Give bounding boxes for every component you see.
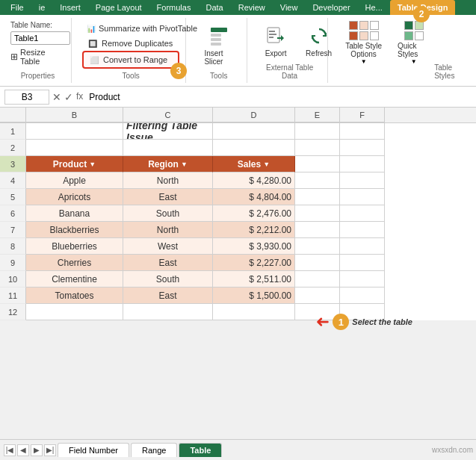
cell-f8[interactable] [340, 238, 385, 255]
row-header-4[interactable]: 4 [0, 172, 26, 189]
cell-product-8[interactable]: Tomatoes [26, 288, 123, 304]
col-header-c[interactable]: C [123, 108, 213, 122]
tab-review[interactable]: Review [231, 0, 273, 15]
tab-developer[interactable]: Developer [305, 0, 357, 15]
cell-product-5[interactable]: Blueberries [26, 238, 123, 255]
row-header-3[interactable]: 3 [0, 156, 26, 172]
summarize-pivot-button[interactable]: 📊 Summarize with PivotTable [82, 21, 179, 36]
cell-sales-8[interactable]: $ 1,500.00 [213, 288, 295, 304]
tab-help[interactable]: He... [358, 0, 390, 15]
cell-e5[interactable] [295, 189, 340, 205]
cell-f5[interactable] [340, 189, 385, 205]
cell-region-7[interactable]: South [123, 271, 213, 288]
cell-d12[interactable] [213, 304, 295, 320]
cell-region-4[interactable]: North [123, 222, 213, 238]
cell-f9[interactable] [340, 255, 385, 271]
sheet-tab-table[interactable]: Table [179, 443, 222, 457]
row-header-11[interactable]: 11 [0, 288, 26, 304]
resize-table-button[interactable]: ⊞ Resize Table [10, 48, 65, 66]
last-sheet-button[interactable]: ▶| [44, 444, 56, 456]
cell-sales-6[interactable]: $ 2,227.00 [213, 255, 295, 271]
cell-e6[interactable] [295, 205, 340, 222]
cell-e7[interactable] [295, 222, 340, 238]
convert-range-button[interactable]: ⬜ Convert to Range [82, 51, 179, 69]
cell-region-5[interactable]: West [123, 238, 213, 255]
cell-region-6[interactable]: East [123, 255, 213, 271]
row-header-5[interactable]: 5 [0, 189, 26, 205]
export-button[interactable]: Export [258, 21, 294, 60]
cell-product-4[interactable]: Blackberries [26, 222, 123, 238]
cell-e9[interactable] [295, 255, 340, 271]
cell-product-6[interactable]: Cherries [26, 255, 123, 271]
product-dropdown-icon[interactable]: ▼ [89, 161, 96, 168]
cell-e1[interactable] [295, 123, 340, 140]
tab-home[interactable]: ie [31, 0, 53, 15]
confirm-formula-icon[interactable]: ✓ [64, 91, 73, 103]
tab-file[interactable]: File [3, 0, 31, 15]
cell-b1[interactable] [26, 123, 123, 140]
remove-duplicates-button[interactable]: 🔲 Remove Duplicates [82, 36, 179, 51]
col-header-d[interactable]: D [213, 108, 295, 122]
cell-sales-2[interactable]: $ 4,804.00 [213, 189, 295, 205]
quick-styles-button[interactable]: Quick Styles ▼ [398, 21, 430, 65]
cell-product-1[interactable]: Apple [26, 172, 123, 189]
tab-formulas[interactable]: Formulas [149, 0, 199, 15]
cell-region-1[interactable]: North [123, 172, 213, 189]
tab-view[interactable]: View [273, 0, 306, 15]
cell-b12[interactable] [26, 304, 123, 320]
cell-e11[interactable] [295, 288, 340, 304]
tab-insert[interactable]: Insert [52, 0, 88, 15]
row-header-1[interactable]: 1 [0, 123, 26, 140]
table-name-input[interactable] [10, 31, 70, 45]
cell-e2[interactable] [295, 140, 340, 156]
region-dropdown-icon[interactable]: ▼ [181, 161, 188, 168]
row-header-6[interactable]: 6 [0, 205, 26, 222]
insert-function-icon[interactable]: fx [76, 91, 83, 103]
sheet-tab-range[interactable]: Range [131, 443, 177, 457]
cell-f1[interactable] [340, 123, 385, 140]
row-header-10[interactable]: 10 [0, 271, 26, 288]
cell-f3[interactable] [340, 156, 385, 172]
cell-sales-3[interactable]: $ 2,476.00 [213, 205, 295, 222]
cell-b2[interactable] [26, 140, 123, 156]
cell-sales-5[interactable]: $ 3,930.00 [213, 238, 295, 255]
row-header-8[interactable]: 8 [0, 238, 26, 255]
cell-region-2[interactable]: East [123, 189, 213, 205]
cancel-formula-icon[interactable]: ✕ [52, 91, 61, 103]
cell-region-3[interactable]: South [123, 205, 213, 222]
header-sales[interactable]: Sales ▼ [213, 156, 295, 172]
insert-slicer-button[interactable]: Insert Slicer [198, 21, 239, 69]
header-region[interactable]: Region ▼ [123, 156, 213, 172]
cell-f10[interactable] [340, 271, 385, 288]
next-sheet-button[interactable]: ▶ [31, 444, 43, 456]
cell-e3[interactable] [295, 156, 340, 172]
cell-e10[interactable] [295, 271, 340, 288]
cell-e8[interactable] [295, 238, 340, 255]
cell-region-8[interactable]: East [123, 288, 213, 304]
cell-product-2[interactable]: Apricots [26, 189, 123, 205]
col-header-e[interactable]: E [295, 108, 340, 122]
cell-f2[interactable] [340, 140, 385, 156]
cell-product-7[interactable]: Clementine [26, 271, 123, 288]
col-header-f[interactable]: F [340, 108, 385, 122]
cell-f6[interactable] [340, 205, 385, 222]
row-header-7[interactable]: 7 [0, 222, 26, 238]
table-style-options-button[interactable]: Table Style Options ▼ [339, 21, 389, 65]
col-header-b[interactable]: B [26, 108, 123, 122]
cell-c2[interactable] [123, 140, 213, 156]
tab-page-layout[interactable]: Page Layout [88, 0, 149, 15]
cell-f4[interactable] [340, 172, 385, 189]
row-header-12[interactable]: 12 [0, 304, 26, 320]
cell-c12[interactable] [123, 304, 213, 320]
first-sheet-button[interactable]: |◀ [4, 444, 16, 456]
sheet-tab-field-number[interactable]: Field Number [58, 443, 129, 457]
prev-sheet-button[interactable]: ◀ [17, 444, 29, 456]
tab-data[interactable]: Data [198, 0, 230, 15]
cell-sales-1[interactable]: $ 4,280.00 [213, 172, 295, 189]
row-header-2[interactable]: 2 [0, 140, 26, 156]
cell-sales-4[interactable]: $ 2,212.00 [213, 222, 295, 238]
cell-e4[interactable] [295, 172, 340, 189]
cell-product-3[interactable]: Banana [26, 205, 123, 222]
formula-input[interactable] [86, 90, 472, 104]
cell-d2[interactable] [213, 140, 295, 156]
